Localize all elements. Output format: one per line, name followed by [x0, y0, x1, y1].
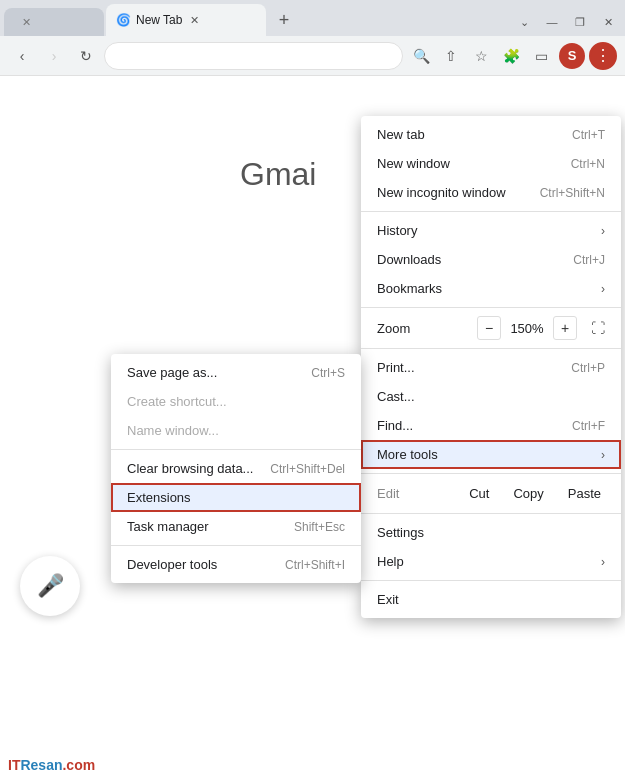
menu-item-exit[interactable]: Exit — [361, 585, 621, 614]
zoom-plus-btn[interactable]: + — [553, 316, 577, 340]
tab-inactive[interactable]: ✕ — [4, 8, 104, 36]
copy-btn[interactable]: Copy — [501, 482, 555, 505]
cut-btn[interactable]: Cut — [457, 482, 501, 505]
zoom-controls: − 150% + ⛶ — [477, 316, 605, 340]
separator-1 — [361, 211, 621, 212]
submenu-separator-2 — [111, 545, 361, 546]
tab-close-btn[interactable]: ✕ — [190, 14, 199, 27]
menu-item-find[interactable]: Find... Ctrl+F — [361, 411, 621, 440]
minimize-btn[interactable]: — — [539, 12, 565, 32]
toolbar-icons: 🔍 ⇧ ☆ 🧩 ▭ — [407, 42, 555, 70]
submenu-item-clear-browsing[interactable]: Clear browsing data... Ctrl+Shift+Del — [111, 454, 361, 483]
browser-frame: ✕ 🌀 New Tab ✕ + ⌄ — ❐ ✕ ‹ › ↻ 🔍 ⇧ ☆ — [0, 0, 625, 781]
menu-item-new-tab[interactable]: New tab Ctrl+T — [361, 120, 621, 149]
zoom-value: 150% — [509, 321, 545, 336]
separator-6 — [361, 580, 621, 581]
edit-label: Edit — [369, 482, 457, 505]
submenu-item-task-manager[interactable]: Task manager Shift+Esc — [111, 512, 361, 541]
watermark: ITResan.com — [8, 757, 95, 773]
zoom-row: Zoom − 150% + ⛶ — [361, 312, 621, 344]
cast-icon[interactable]: ▭ — [527, 42, 555, 70]
submenu-item-name-window[interactable]: Name window... — [111, 416, 361, 445]
chrome-menu-btn[interactable]: ⋮ — [589, 42, 617, 70]
page-title: Gmai — [240, 156, 316, 193]
menu-item-new-incognito[interactable]: New incognito window Ctrl+Shift+N — [361, 178, 621, 207]
menu-item-bookmarks[interactable]: Bookmarks › — [361, 274, 621, 303]
tab-active[interactable]: 🌀 New Tab ✕ — [106, 4, 266, 36]
tab-list-btn[interactable]: ⌄ — [511, 12, 537, 32]
menu-item-cast[interactable]: Cast... — [361, 382, 621, 411]
menu-item-more-tools[interactable]: More tools › — [361, 440, 621, 469]
profile-avatar[interactable]: S — [559, 43, 585, 69]
new-tab-button[interactable]: + — [270, 6, 298, 34]
menu-item-downloads[interactable]: Downloads Ctrl+J — [361, 245, 621, 274]
menu-item-new-window[interactable]: New window Ctrl+N — [361, 149, 621, 178]
back-btn[interactable]: ‹ — [8, 42, 36, 70]
restore-btn[interactable]: ❐ — [567, 12, 593, 32]
page-content: Gmai 🎤 New tab Ctrl+T New window Ctrl+N … — [0, 76, 625, 781]
fullscreen-icon[interactable]: ⛶ — [591, 320, 605, 336]
watermark-it: IT — [8, 757, 20, 773]
reload-btn[interactable]: ↻ — [72, 42, 100, 70]
google-mic[interactable]: 🎤 — [20, 556, 80, 616]
watermark-dotcom: .com — [62, 757, 95, 773]
zoom-label: Zoom — [377, 321, 477, 336]
menu-item-settings[interactable]: Settings — [361, 518, 621, 547]
tab-favicon: 🌀 — [116, 13, 130, 27]
separator-3 — [361, 348, 621, 349]
share-icon[interactable]: ⇧ — [437, 42, 465, 70]
address-input[interactable] — [104, 42, 403, 70]
menu-item-help[interactable]: Help › — [361, 547, 621, 576]
submenu-separator-1 — [111, 449, 361, 450]
mic-icon: 🎤 — [37, 573, 64, 599]
bookmark-icon[interactable]: ☆ — [467, 42, 495, 70]
forward-btn[interactable]: › — [40, 42, 68, 70]
edit-row: Edit Cut Copy Paste — [361, 478, 621, 509]
submenu-more-tools: Save page as... Ctrl+S Create shortcut..… — [111, 354, 361, 583]
puzzle-icon[interactable]: 🧩 — [497, 42, 525, 70]
submenu-item-developer-tools[interactable]: Developer tools Ctrl+Shift+I — [111, 550, 361, 579]
window-controls: ⌄ — ❐ ✕ — [511, 12, 625, 36]
submenu-item-save-page[interactable]: Save page as... Ctrl+S — [111, 358, 361, 387]
submenu-item-extensions[interactable]: Extensions — [111, 483, 361, 512]
watermark-resan: Resan — [20, 757, 62, 773]
separator-4 — [361, 473, 621, 474]
menu-item-history[interactable]: History › — [361, 216, 621, 245]
search-icon[interactable]: 🔍 — [407, 42, 435, 70]
tab-bar: ✕ 🌀 New Tab ✕ + ⌄ — ❐ ✕ — [0, 0, 625, 36]
separator-5 — [361, 513, 621, 514]
tab-label: New Tab — [136, 13, 182, 27]
submenu-item-create-shortcut[interactable]: Create shortcut... — [111, 387, 361, 416]
paste-btn[interactable]: Paste — [556, 482, 613, 505]
chrome-menu: New tab Ctrl+T New window Ctrl+N New inc… — [361, 116, 621, 618]
close-window-btn[interactable]: ✕ — [595, 12, 621, 32]
inactive-tab-close[interactable]: ✕ — [22, 16, 31, 29]
zoom-minus-btn[interactable]: − — [477, 316, 501, 340]
menu-item-print[interactable]: Print... Ctrl+P — [361, 353, 621, 382]
separator-2 — [361, 307, 621, 308]
address-bar-row: ‹ › ↻ 🔍 ⇧ ☆ 🧩 ▭ S ⋮ — [0, 36, 625, 76]
